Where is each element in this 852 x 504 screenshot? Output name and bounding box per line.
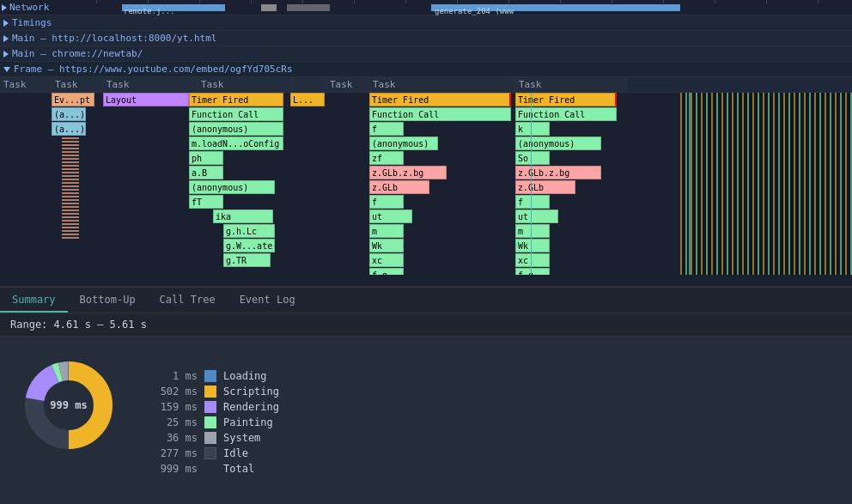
network-label: Network [2, 2, 96, 13]
legend-swatch-loading [204, 370, 216, 382]
legend-ms-painting: 25 ms [155, 416, 198, 428]
main2-collapse-icon[interactable] [3, 51, 9, 58]
timings-collapse-icon[interactable] [3, 20, 9, 27]
legend-ms-rendering: 159 ms [155, 401, 198, 413]
flame-wk2: Wk [515, 239, 550, 252]
legend-name-system: System [223, 432, 260, 444]
net-bar-1: remote.j... [122, 4, 225, 11]
flame-ph: ph [189, 151, 223, 165]
donut-chart: 999 ms [17, 354, 120, 457]
flame-timer1: Timer Fired [189, 93, 283, 106]
timeline-panel: Network remote.j... generate_204 (www Ti… [0, 0, 852, 288]
flame-fc2: Function Call [369, 107, 511, 121]
flame-xc2: xc [515, 253, 550, 267]
main1-collapse-icon[interactable] [3, 35, 9, 42]
legend-swatch-rendering [204, 401, 216, 413]
legend-row-loading: 1 ms Loading [155, 370, 279, 382]
density-bars-left [62, 136, 79, 239]
flame-ft: fT [189, 195, 223, 209]
flame-zf: zf [369, 151, 404, 165]
legend-ms-total: 999 ms [155, 463, 198, 475]
task-col-2: Task [103, 77, 198, 92]
legend-swatch-total [204, 463, 216, 475]
flame-zglbbg2: z.GLb.z.bg [515, 166, 601, 179]
minimap-area [680, 93, 852, 275]
flame-wk1: Wk [369, 239, 404, 252]
flame-a2: (a...) [52, 122, 86, 136]
tab-call-tree[interactable]: Call Tree [148, 288, 228, 313]
donut-total-label: 999 ms [50, 399, 87, 411]
flame-anon3: (anonymous) [515, 137, 601, 150]
tabs-bar: Summary Bottom-Up Call Tree Event Log [0, 288, 852, 313]
network-row: Network remote.j... generate_204 (www [0, 0, 852, 15]
net-bar-2 [261, 4, 277, 11]
flame-fc1: Function Call [189, 107, 283, 121]
tasks-header: Task Task Task Task Task Task Task [0, 77, 852, 93]
legend-ms-idle: 277 ms [155, 447, 198, 459]
flame-chart: Ev...pt Layout Timer Fired L... Timer Fi… [0, 93, 852, 275]
timeline-cursor [531, 93, 532, 275]
main2-label: Main — chrome://newtab/ [12, 48, 143, 59]
flame-mload: m.loadN...oConfig [189, 137, 283, 150]
flame-f3: f [515, 195, 550, 209]
legend-name-total: Total [223, 463, 254, 475]
flame-ut2: ut [515, 209, 558, 223]
flame-zglbbg1: z.GLb.z.bg [369, 166, 447, 179]
flame-m1: m [369, 224, 404, 238]
legend-swatch-idle [204, 447, 216, 459]
legend-ms-loading: 1 ms [155, 370, 198, 382]
tasks-area: Task Task Task Task Task Task Task Ev...… [0, 77, 852, 275]
timings-label: Timings [12, 17, 52, 28]
task-col-6: Task [369, 77, 515, 92]
tab-bottom-up[interactable]: Bottom-Up [68, 288, 148, 313]
bottom-panel: Summary Bottom-Up Call Tree Event Log Ra… [0, 288, 852, 504]
flame-ev-pt: Ev...pt [52, 93, 94, 106]
flame-anon4: (anonymous) [189, 180, 275, 194]
legend-ms-system: 36 ms [155, 432, 198, 444]
flame-timer2: Timer Fired [369, 93, 511, 106]
legend-swatch-painting [204, 416, 216, 428]
task-col-5: Task [326, 77, 369, 92]
network-bar-area: remote.j... generate_204 (www [96, 0, 852, 15]
main2-row: Main — chrome://newtab/ [0, 46, 852, 62]
flame-a1: (a...) [52, 107, 86, 121]
net-bar-4: generate_204 (www [431, 4, 680, 11]
flame-anon1: (anonymous) [189, 122, 283, 136]
flame-ut1: ut [369, 209, 412, 223]
flame-l: L... [290, 93, 325, 106]
flame-ab: a.B [189, 166, 223, 179]
frame-row: Frame — https://www.youtube.com/embed/og… [0, 62, 852, 77]
flame-gwate: g.W...ate [223, 239, 275, 252]
flame-k: k [515, 122, 550, 136]
legend-row-idle: 277 ms Idle [155, 447, 279, 459]
legend-swatch-scripting [204, 386, 216, 398]
flame-layout: Layout [103, 93, 189, 106]
flame-ghlc: g.h.Lc [223, 224, 275, 238]
tab-summary[interactable]: Summary [0, 288, 68, 313]
legend-name-rendering: Rendering [223, 401, 279, 413]
legend-row-system: 36 ms System [155, 432, 279, 444]
task-col-0: Task [0, 77, 52, 92]
flame-fg1: f.g [369, 268, 404, 275]
network-collapse-icon[interactable] [2, 4, 7, 11]
task-col-4 [292, 77, 326, 92]
legend-swatch-system [204, 432, 216, 444]
flame-so: So [515, 151, 550, 165]
flame-f2: f [369, 195, 404, 209]
net-bar-3 [287, 4, 330, 11]
legend-ms-scripting: 502 ms [155, 386, 198, 398]
flame-zglb1: z.GLb [369, 180, 429, 194]
task-col-7: Task [515, 77, 627, 92]
legend-row-painting: 25 ms Painting [155, 416, 279, 428]
legend-area: 1 ms Loading 502 ms Scripting 159 ms Ren… [155, 345, 279, 495]
task-col-3: Task [198, 77, 292, 92]
tab-event-log[interactable]: Event Log [228, 288, 307, 313]
minimap-bars [680, 93, 852, 275]
legend-row-total: 999 ms Total [155, 463, 279, 475]
frame-label: Frame — https://www.youtube.com/embed/og… [14, 64, 293, 75]
flame-gtr: g.TR [223, 253, 271, 267]
flame-anon2: (anonymous) [369, 137, 438, 150]
frame-expand-icon[interactable] [3, 67, 10, 72]
net-bar-label-4: generate_204 (www [435, 7, 514, 15]
main1-label: Main — http://localhost:8000/yt.html [12, 33, 216, 44]
